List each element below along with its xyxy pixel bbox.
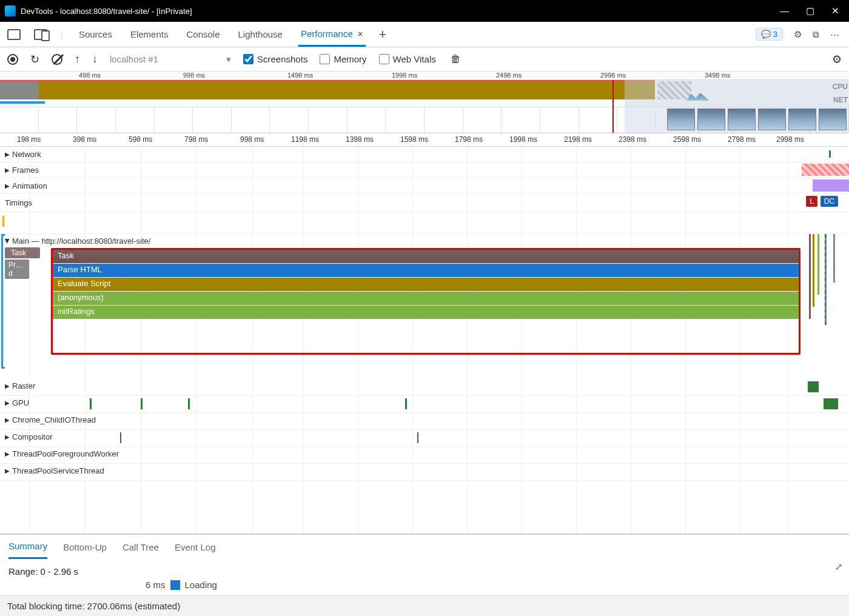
- tab-summary[interactable]: Summary: [8, 535, 47, 559]
- capture-settings-icon[interactable]: ⚙: [832, 53, 842, 66]
- flame-anonymous[interactable]: (anonymous): [53, 292, 799, 305]
- flame-evaluate-script[interactable]: Evaluate Script: [53, 278, 799, 291]
- performance-toolbar: ↻ ↑ ↓ localhost #1▾ Screenshots Memory W…: [0, 47, 849, 72]
- tab-console[interactable]: Console: [184, 22, 222, 47]
- window-title: DevTools - localhost:8080/travel-site/ -…: [21, 7, 192, 16]
- track-childio[interactable]: ▶Chrome_ChildIOThread: [0, 413, 849, 430]
- upload-button[interactable]: ↑: [75, 53, 80, 65]
- spacer-row: [0, 212, 849, 234]
- recording-select[interactable]: localhost #1▾: [110, 54, 231, 65]
- loading-swatch: [170, 580, 180, 590]
- overview-timeline[interactable]: 498 ms998 ms1498 ms1998 ms2498 ms2998 ms…: [0, 72, 849, 133]
- expand-icon[interactable]: ⤢: [835, 561, 843, 572]
- tab-event-log[interactable]: Event Log: [175, 535, 216, 559]
- summary-range: Range: 0 - 2.96 s: [8, 566, 841, 577]
- maximize-button[interactable]: ▢: [806, 5, 814, 16]
- post-flame-stripes: [807, 234, 849, 337]
- tab-performance[interactable]: Performance×: [298, 22, 366, 47]
- tab-call-tree[interactable]: Call Tree: [122, 535, 159, 559]
- dock-icon[interactable]: ⧉: [813, 29, 819, 40]
- more-icon[interactable]: ⋯: [830, 29, 839, 40]
- tab-lighthouse[interactable]: Lighthouse: [236, 22, 285, 47]
- tab-sources[interactable]: Sources: [76, 22, 115, 47]
- timing-badge-dc[interactable]: DC: [820, 196, 838, 207]
- flame-task[interactable]: Task: [53, 250, 799, 263]
- main-track-label: Main — http://localhost:8080/travel-site…: [12, 236, 150, 246]
- summary-panel: Range: 0 - 2.96 s 6 msLoading ⤢: [0, 559, 849, 595]
- tab-elements[interactable]: Elements: [128, 22, 171, 47]
- device-toggle-icon[interactable]: [34, 29, 47, 40]
- summary-legend: 6 msLoading: [146, 580, 217, 590]
- track-compositor[interactable]: ▶Compositor: [0, 430, 849, 447]
- issues-badge[interactable]: 💬 3: [756, 28, 783, 41]
- filmstrip: [0, 107, 849, 132]
- devtools-tabstrip: | Sources Elements Console Lighthouse Pe…: [0, 22, 849, 47]
- detail-ruler: 198 ms398 ms598 ms798 ms998 ms1198 ms139…: [0, 133, 849, 147]
- track-main[interactable]: ▶Main — http://localhost:8080/travel-sit…: [0, 234, 849, 379]
- track-tpsvc[interactable]: ▶ThreadPoolServiceThread: [0, 464, 849, 481]
- settings-gear-icon[interactable]: ⚙: [794, 29, 802, 40]
- record-button[interactable]: [7, 54, 18, 65]
- track-gpu[interactable]: ▶GPU: [0, 396, 849, 413]
- flame-highlight[interactable]: Task Parse HTML Evaluate Script (anonymo…: [51, 248, 800, 355]
- flame-chart-area[interactable]: 198 ms398 ms598 ms798 ms998 ms1198 ms139…: [0, 133, 849, 534]
- cpu-overview: [0, 80, 849, 101]
- overview-handle[interactable]: [612, 80, 614, 133]
- screenshots-checkbox[interactable]: Screenshots: [243, 54, 307, 64]
- track-animation[interactable]: ▶Animation: [0, 178, 849, 194]
- track-network[interactable]: ▶Network: [0, 147, 849, 162]
- window-titlebar: DevTools - localhost:8080/travel-site/ -…: [0, 0, 849, 22]
- webvitals-checkbox[interactable]: Web Vitals: [379, 54, 436, 64]
- track-tpfg[interactable]: ▶ThreadPoolForegroundWorker: [0, 447, 849, 464]
- reload-record-button[interactable]: ↻: [30, 53, 39, 66]
- flame-parse-html[interactable]: Parse HTML: [53, 264, 799, 277]
- summary-tabstrip: Summary Bottom-Up Call Tree Event Log: [0, 534, 849, 559]
- add-tab-button[interactable]: +: [379, 27, 387, 42]
- status-bar: Total blocking time: 2700.06ms (estimate…: [0, 595, 849, 616]
- app-icon: [5, 5, 16, 16]
- track-timings[interactable]: Timings L DC: [0, 194, 849, 212]
- track-frames[interactable]: ▶Frames: [0, 162, 849, 178]
- memory-checkbox[interactable]: Memory: [320, 54, 366, 64]
- overview-ruler: 498 ms998 ms1498 ms1998 ms2498 ms2998 ms…: [0, 72, 849, 80]
- clear-button[interactable]: [52, 54, 62, 65]
- minimize-button[interactable]: —: [780, 5, 789, 16]
- trash-icon[interactable]: 🗑: [451, 53, 461, 65]
- pre-flame-chips: Task Pr…d: [5, 247, 40, 279]
- download-button[interactable]: ↓: [92, 53, 98, 65]
- net-overview: [0, 101, 849, 107]
- track-raster[interactable]: ▶Raster: [0, 379, 849, 396]
- flame-initratings[interactable]: initRatings: [53, 306, 799, 319]
- total-blocking-time: Total blocking time: 2700.06ms (estimate…: [7, 601, 180, 611]
- tab-bottom-up[interactable]: Bottom-Up: [63, 535, 107, 559]
- timing-badge-l[interactable]: L: [806, 196, 817, 207]
- close-window-button[interactable]: ✕: [831, 5, 839, 16]
- close-icon[interactable]: ×: [358, 28, 363, 39]
- inspect-icon[interactable]: [7, 29, 21, 40]
